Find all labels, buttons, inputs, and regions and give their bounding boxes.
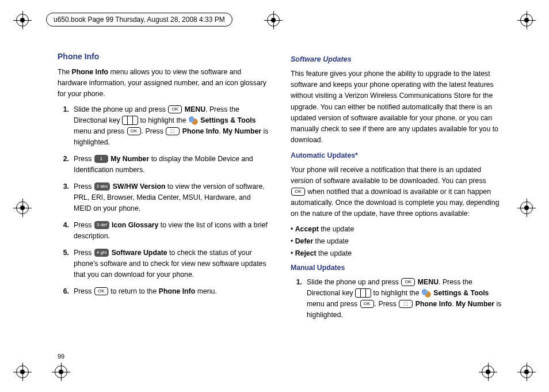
settings-tools-icon: [422, 288, 431, 298]
text: Your phone will receive a notification t…: [291, 165, 503, 219]
heading-software-updates: Software Updates: [291, 54, 503, 65]
phone-info-key-icon: ⬚: [166, 127, 180, 135]
registration-mark-icon: [267, 14, 280, 26]
settings-tools-icon: [189, 116, 198, 125]
text: when notified that a download is availab…: [291, 188, 500, 218]
ok-key-icon: OK: [94, 287, 108, 295]
step-item: 5. Press 4 ghi Software Update to check …: [58, 248, 270, 280]
text: This feature gives your phone the abilit…: [291, 68, 503, 145]
heading-manual-updates: Manual Updates: [291, 262, 503, 273]
text-bold: Settings & Tools: [433, 289, 489, 297]
text-bold: Phone Info: [415, 300, 452, 308]
list-item: Accept the update: [291, 224, 503, 235]
text: to highlight the: [140, 116, 188, 124]
text: the update: [317, 249, 352, 257]
text: Slide the phone up and press: [307, 278, 401, 286]
registration-mark-icon: [520, 14, 533, 26]
step-body: Press 1 My Number to display the Mobile …: [74, 154, 270, 176]
text: menu and press: [307, 300, 360, 308]
phone-info-key-icon: ⬚: [399, 300, 413, 308]
intro-text: The Phone Info menu allows you to view t…: [58, 67, 270, 100]
ok-key-icon: OK: [291, 188, 305, 196]
text-bold: My Number: [110, 155, 149, 163]
key-2-icon: 2 abc: [94, 182, 110, 191]
page-number: 99: [58, 353, 64, 360]
ok-key-icon: OK: [168, 105, 182, 113]
text-bold: Phone Info: [182, 127, 219, 135]
registration-mark-icon: [16, 366, 29, 378]
document-page: u650.book Page 99 Thursday, August 28, 2…: [0, 0, 549, 392]
text-bold: My Number: [223, 127, 261, 135]
text-bold: Phone Info: [159, 287, 196, 295]
text: Press: [74, 182, 94, 191]
step-number: 1.: [58, 104, 69, 148]
text: menu and press: [74, 127, 127, 135]
text: The: [58, 68, 72, 76]
text: Your phone will receive a notification t…: [291, 166, 486, 185]
content-area: Phone Info The Phone Info menu allows yo…: [58, 51, 503, 357]
step-number: 3.: [58, 181, 69, 214]
book-header-tag: u650.book Page 99 Thursday, August 28, 2…: [46, 13, 232, 26]
text: Slide the phone up and press: [74, 105, 167, 113]
registration-mark-icon: [520, 366, 533, 378]
text-bold: Accept: [295, 225, 319, 233]
step-body: Press OK to return to the Phone Info men…: [74, 286, 270, 297]
ok-key-icon: OK: [127, 127, 141, 135]
step-item: 3. Press 2 abc SW/HW Version to view the…: [58, 181, 270, 214]
heading-phone-info: Phone Info: [58, 51, 270, 63]
dpad-key-icon: [122, 116, 138, 125]
steps-list: 1. Slide the phone up and press OK MENU.…: [291, 277, 503, 321]
step-body: Slide the phone up and press OK MENU. Pr…: [74, 104, 270, 148]
text-bold: Software Update: [112, 249, 167, 257]
text: Press: [74, 155, 94, 163]
text-bold: MENU: [185, 105, 205, 113]
text-bold: Defer: [295, 237, 313, 245]
text-bold: Icon Glossary: [112, 221, 158, 229]
text: . Press: [142, 127, 166, 135]
text: to return to the: [110, 287, 158, 295]
step-body: Press 3 def Icon Glossary to view the li…: [74, 220, 270, 242]
registration-mark-icon: [482, 366, 494, 378]
registration-mark-icon: [55, 366, 67, 378]
key-1-icon: 1: [94, 155, 108, 163]
text: Press: [74, 249, 94, 257]
text: Press: [74, 221, 94, 229]
text: . Press: [375, 300, 399, 308]
step-body: Press 4 ghi Software Update to check the…: [74, 248, 270, 280]
text-bold: SW/HW Version: [113, 182, 166, 191]
step-number: 6.: [58, 286, 69, 297]
step-number: 1.: [291, 277, 302, 321]
text: the update: [319, 225, 354, 233]
text: menu.: [195, 287, 217, 295]
left-column: Phone Info The Phone Info menu allows yo…: [58, 51, 270, 357]
text: the update: [313, 237, 349, 245]
key-3-icon: 3 def: [94, 221, 109, 229]
step-item: 4. Press 3 def Icon Glossary to view the…: [58, 220, 270, 242]
step-item: 2. Press 1 My Number to display the Mobi…: [58, 154, 270, 176]
list-item: Reject the update: [291, 248, 503, 259]
registration-mark-icon: [16, 14, 29, 26]
registration-mark-icon: [16, 201, 29, 214]
options-list: Accept the update Defer the update Rejec…: [291, 224, 503, 259]
key-4-icon: 4 ghi: [94, 249, 109, 257]
step-body: Press 2 abc SW/HW Version to view the ve…: [74, 181, 270, 214]
dpad-key-icon: [355, 288, 371, 298]
text-bold: Reject: [295, 249, 317, 257]
step-item: 6. Press OK to return to the Phone Info …: [58, 286, 270, 297]
ok-key-icon: OK: [360, 300, 374, 308]
step-number: 4.: [58, 220, 69, 242]
step-body: Slide the phone up and press OK MENU. Pr…: [307, 277, 503, 321]
registration-mark-icon: [520, 201, 533, 214]
heading-automatic-updates: Automatic Updates*: [291, 150, 503, 161]
step-item: 1. Slide the phone up and press OK MENU.…: [58, 104, 270, 148]
list-item: Defer the update: [291, 236, 503, 247]
text-bold: Settings & Tools: [200, 116, 256, 124]
ok-key-icon: OK: [401, 278, 415, 286]
step-number: 2.: [58, 154, 69, 176]
text: Press: [74, 287, 94, 295]
right-column: Software Updates This feature gives your…: [291, 51, 503, 357]
text: to highlight the: [373, 289, 421, 297]
step-item: 1. Slide the phone up and press OK MENU.…: [291, 277, 503, 321]
text-bold: MENU: [418, 278, 439, 286]
step-number: 5.: [58, 248, 69, 280]
